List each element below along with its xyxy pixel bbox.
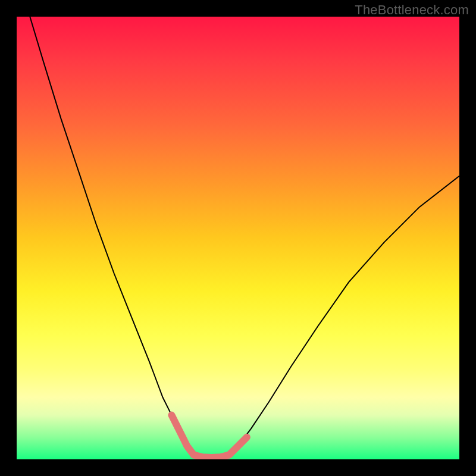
optimal-zone-highlight — [171, 415, 247, 458]
plot-area — [17, 17, 459, 459]
bottleneck-curve — [30, 17, 459, 458]
chart-svg — [17, 17, 459, 459]
watermark-text: TheBottleneck.com — [355, 2, 469, 18]
